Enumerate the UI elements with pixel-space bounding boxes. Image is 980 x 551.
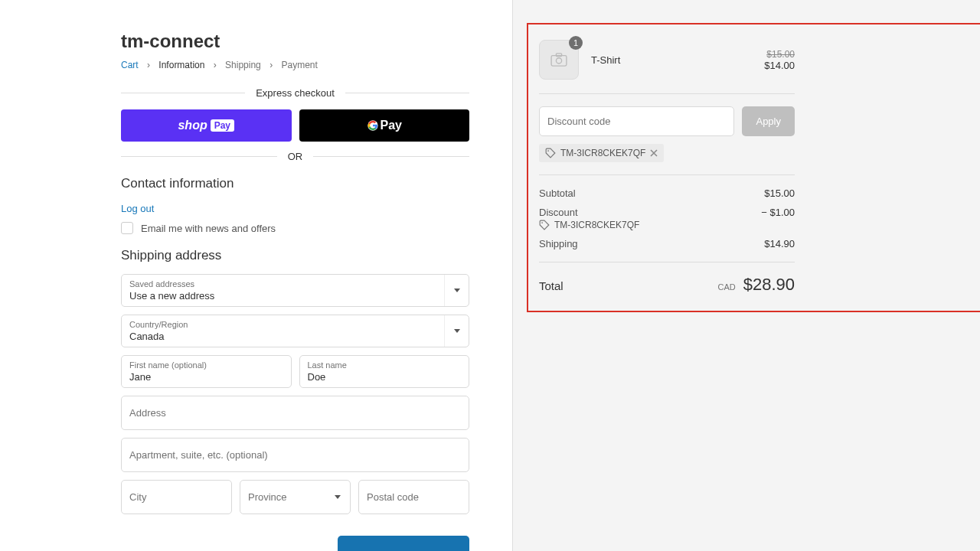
- chevron-right-icon: ›: [147, 60, 150, 70]
- apartment-field[interactable]: [121, 438, 469, 472]
- continue-to-shipping-button[interactable]: Continue to shipping: [338, 536, 469, 551]
- shop-pay-button[interactable]: shopPay: [121, 109, 292, 142]
- discount-value: − $1.00: [761, 207, 795, 218]
- apply-button[interactable]: Apply: [742, 106, 795, 136]
- cart-line-item: 1 T-Shirt $15.00 $14.00: [539, 40, 795, 80]
- discount-tag: TM-3ICR8CKEK7QF: [539, 144, 664, 162]
- province-select[interactable]: [240, 480, 351, 514]
- tag-icon: [545, 148, 556, 158]
- chevron-right-icon: ›: [270, 60, 273, 70]
- shipping-value: $14.90: [764, 238, 795, 249]
- product-price-original: $15.00: [764, 49, 795, 60]
- svg-point-3: [556, 58, 561, 64]
- subtotal-label: Subtotal: [539, 187, 576, 199]
- total-label: Total: [539, 279, 564, 292]
- city-field[interactable]: [121, 480, 232, 514]
- remove-discount-icon[interactable]: [650, 149, 658, 157]
- chevron-right-icon: ›: [214, 60, 217, 70]
- postal-code-field[interactable]: [358, 480, 469, 514]
- express-checkout-divider: Express checkout: [121, 87, 469, 99]
- product-price-final: $14.00: [764, 60, 795, 71]
- address-field[interactable]: [121, 396, 469, 430]
- discount-label: Discount: [539, 207, 578, 218]
- discount-code-input[interactable]: [539, 106, 734, 136]
- logout-link[interactable]: Log out: [121, 203, 154, 214]
- last-name-field[interactable]: Last name: [299, 355, 470, 388]
- store-title: tm-connect: [121, 31, 469, 52]
- breadcrumb-information: Information: [158, 60, 204, 70]
- shipping-label: Shipping: [539, 238, 578, 249]
- applied-discount-line: TM-3ICR8CKEK7QF: [539, 220, 795, 230]
- shop-pay-icon: shopPay: [178, 119, 234, 132]
- breadcrumb-shipping: Shipping: [225, 60, 261, 70]
- svg-rect-1: [551, 56, 567, 67]
- contact-heading: Contact information: [121, 176, 469, 191]
- svg-point-5: [541, 222, 543, 223]
- camera-icon: [550, 53, 567, 67]
- first-name-field[interactable]: First name (optional): [121, 355, 292, 388]
- google-pay-icon: Pay: [367, 119, 402, 132]
- svg-point-4: [547, 150, 549, 152]
- quantity-badge: 1: [569, 36, 583, 50]
- saved-addresses-select[interactable]: Saved addresses: [121, 274, 469, 307]
- subtotal-value: $15.00: [764, 187, 795, 199]
- svg-rect-2: [556, 54, 561, 57]
- tag-icon: [539, 220, 550, 230]
- currency-code: CAD: [718, 282, 736, 292]
- total-value: $28.90: [743, 275, 795, 294]
- email-news-checkbox[interactable]: [121, 222, 133, 234]
- country-select[interactable]: Country/Region: [121, 315, 469, 347]
- or-divider: OR: [121, 151, 469, 162]
- product-name: T-Shirt: [591, 54, 752, 66]
- breadcrumb-payment: Payment: [281, 60, 317, 70]
- breadcrumb-cart[interactable]: Cart: [121, 60, 139, 70]
- breadcrumb: Cart › Information › Shipping › Payment: [121, 60, 469, 70]
- product-thumbnail: 1: [539, 40, 579, 80]
- shipping-heading: Shipping address: [121, 248, 469, 263]
- email-news-label: Email me with news and offers: [141, 223, 276, 234]
- google-pay-button[interactable]: Pay: [299, 109, 470, 142]
